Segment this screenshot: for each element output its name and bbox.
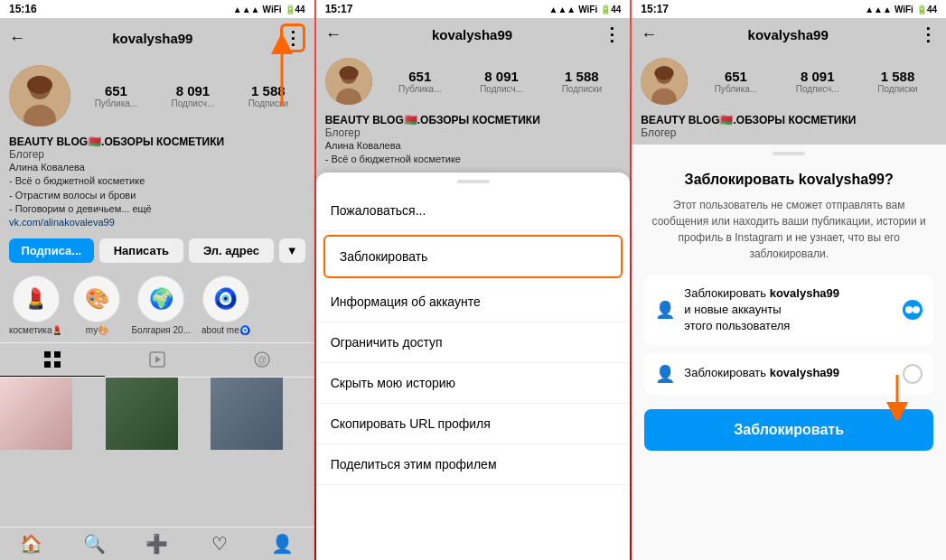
post-0[interactable] bbox=[0, 378, 72, 450]
bio-role-3: Блогер bbox=[641, 126, 937, 139]
menu-dots-2[interactable]: ⋮ bbox=[603, 23, 621, 45]
menu-item-copy-url-label: Скопировать URL профиля bbox=[331, 416, 491, 431]
menu-item-block[interactable]: Заблокировать bbox=[325, 237, 622, 276]
dialog-title: Заблокировать kovalysha99? bbox=[644, 172, 933, 188]
highlight-label-3: about me🧿 bbox=[201, 325, 250, 335]
nav-home-1[interactable]: 🏠 bbox=[0, 533, 63, 555]
menu-item-info[interactable]: Информация об аккаунте bbox=[316, 282, 631, 322]
following-label-2: Подписки bbox=[562, 84, 602, 94]
followers-label-2: Подписч... bbox=[480, 84, 523, 94]
followers-label-1: Подписч... bbox=[172, 98, 215, 108]
tab-grid-1[interactable] bbox=[0, 343, 105, 377]
highlight-0[interactable]: 💄 косметика💄 bbox=[9, 275, 62, 335]
highlight-1[interactable]: 🎨 my🎨 bbox=[73, 275, 120, 335]
block-option-2-text: Заблокировать kovalysha99 bbox=[684, 365, 894, 381]
nav-heart-1[interactable]: ♡ bbox=[189, 533, 252, 555]
follow-button-1[interactable]: Подписа... bbox=[9, 238, 94, 263]
header-2: ← kovalysha99 ⋮ bbox=[316, 18, 631, 51]
post-2[interactable] bbox=[211, 378, 283, 450]
message-button-1[interactable]: Написать bbox=[99, 238, 184, 263]
highlight-2[interactable]: 🌍 Болгария 20... bbox=[131, 275, 191, 335]
bio-line1-2: - Всё о бюджетной косметике bbox=[325, 153, 622, 166]
following-number-2: 1 588 bbox=[562, 69, 602, 84]
menu-item-copy-url[interactable]: Скопировать URL профиля bbox=[316, 404, 631, 444]
stat-following-2: 1 588 Подписки bbox=[562, 69, 602, 94]
highlight-label-1: my🎨 bbox=[86, 325, 108, 335]
post-1[interactable] bbox=[106, 378, 178, 450]
bio-role-1: Блогер bbox=[9, 148, 305, 161]
block-option-1[interactable]: 👤 Заблокировать kovalysha99и новые аккау… bbox=[644, 275, 933, 346]
highlights-1: 💄 косметика💄 🎨 my🎨 🌍 Болгария 20... 🧿 ab… bbox=[0, 268, 314, 342]
block-option-highlighted[interactable]: Заблокировать bbox=[323, 235, 623, 278]
chevron-button-1[interactable]: ▼ bbox=[279, 238, 305, 263]
status-icons-2: ▲▲▲ WiFi 🔋44 bbox=[549, 5, 622, 14]
highlight-label-2: Болгария 20... bbox=[131, 325, 191, 335]
svg-rect-6 bbox=[44, 351, 51, 358]
highlight-circle-0: 💄 bbox=[13, 275, 60, 322]
stat-following-1: 1 588 Подписки bbox=[248, 83, 288, 108]
avatar-3 bbox=[641, 58, 688, 105]
svg-rect-9 bbox=[54, 361, 61, 368]
menu-dots-3[interactable]: ⋮ bbox=[919, 23, 937, 45]
radio-2[interactable] bbox=[903, 364, 923, 384]
block-option-1-text: Заблокировать kovalysha99и новые аккаунт… bbox=[684, 285, 894, 335]
highlight-circle-1: 🎨 bbox=[73, 275, 120, 322]
bio-title-3: BEAUTY BLOG🇧🇾.ОБЗОРЫ КОСМЕТИКИ bbox=[641, 114, 937, 126]
time-2: 15:17 bbox=[325, 3, 353, 15]
menu-item-hide-story[interactable]: Скрыть мою историю bbox=[316, 363, 631, 404]
stats-container-3: 651 Публика... 8 091 Подписч... 1 588 По… bbox=[695, 69, 937, 94]
bottom-sheet: Пожаловаться... Заблокировать Информация… bbox=[316, 173, 631, 560]
following-number-3: 1 588 bbox=[877, 69, 917, 84]
dialog-desc: Этот пользователь не сможет отправлять в… bbox=[644, 197, 933, 262]
menu-item-report[interactable]: Пожаловаться... bbox=[316, 191, 631, 231]
svg-point-5 bbox=[27, 76, 52, 94]
highlight-circle-2: 🌍 bbox=[137, 275, 184, 322]
bio-role-2: Блогер bbox=[325, 126, 622, 139]
menu-item-restrict[interactable]: Ограничить доступ bbox=[316, 322, 631, 363]
back-button-3[interactable]: ← bbox=[641, 25, 657, 44]
battery-icon-2: 🔋44 bbox=[600, 5, 621, 14]
posts-number-3: 651 bbox=[715, 69, 758, 84]
username-3: kovalysha99 bbox=[748, 27, 829, 42]
bio-line1-1: - Всё о бюджетной косметике bbox=[9, 174, 305, 188]
menu-item-share[interactable]: Поделиться этим профилем bbox=[316, 444, 631, 485]
bio-title-1: BEAUTY BLOG🇧🇾.ОБЗОРЫ КОСМЕТИКИ bbox=[9, 135, 305, 148]
following-label-3: Подписки bbox=[877, 84, 917, 94]
email-button-1[interactable]: Эл. адрес bbox=[189, 238, 274, 263]
menu-item-block-label: Заблокировать bbox=[340, 249, 428, 264]
radio-1[interactable] bbox=[903, 300, 923, 320]
tab-reels-1[interactable] bbox=[105, 343, 210, 377]
menu-item-info-label: Информация об аккаунте bbox=[331, 294, 481, 309]
battery-icon-3: 🔋44 bbox=[916, 5, 937, 14]
block-option-2[interactable]: 👤 Заблокировать kovalysha99 bbox=[644, 353, 933, 395]
nav-profile-1[interactable]: 👤 bbox=[251, 533, 314, 555]
nav-search-1[interactable]: 🔍 bbox=[63, 533, 126, 555]
back-button-1[interactable]: ← bbox=[9, 29, 25, 48]
profile-stats-3: 651 Публика... 8 091 Подписч... 1 588 По… bbox=[632, 51, 946, 108]
nav-add-1[interactable]: ➕ bbox=[126, 533, 189, 555]
followers-number-1: 8 091 bbox=[172, 83, 215, 98]
svg-point-17 bbox=[339, 66, 358, 79]
block-dialog: Заблокировать kovalysha99? Этот пользова… bbox=[632, 163, 946, 460]
avatar-1 bbox=[9, 65, 70, 126]
following-number-1: 1 588 bbox=[248, 83, 288, 98]
stat-followers-1: 8 091 Подписч... bbox=[172, 83, 215, 108]
highlight-3[interactable]: 🧿 about me🧿 bbox=[201, 275, 250, 335]
bio-link-1[interactable]: vk.com/alinakovaleva99 bbox=[9, 217, 305, 228]
status-bar-1: 15:16 ▲▲▲ WiFi 🔋44 bbox=[0, 0, 314, 18]
status-icons-1: ▲▲▲ WiFi 🔋44 bbox=[233, 5, 305, 14]
menu-item-hide-story-label: Скрыть мою историю bbox=[331, 376, 455, 390]
person-icon-1: 👤 bbox=[655, 300, 675, 320]
menu-item-share-label: Поделиться этим профилем bbox=[331, 457, 497, 471]
back-button-2[interactable]: ← bbox=[325, 25, 342, 44]
bio-3: BEAUTY BLOG🇧🇾.ОБЗОРЫ КОСМЕТИКИ Блогер bbox=[632, 108, 946, 145]
menu-dots-1[interactable]: ⋮ bbox=[284, 27, 302, 49]
sheet-handle bbox=[457, 180, 490, 183]
block-confirm-button[interactable]: Заблокировать bbox=[644, 409, 933, 451]
followers-number-3: 8 091 bbox=[796, 69, 839, 84]
bio-name-2: Алина Ковалева bbox=[325, 139, 622, 153]
tab-tagged-1[interactable]: @ bbox=[210, 343, 314, 377]
bio-title-2: BEAUTY BLOG🇧🇾.ОБЗОРЫ КОСМЕТИКИ bbox=[325, 114, 622, 126]
svg-rect-7 bbox=[54, 351, 61, 358]
menu-item-restrict-label: Ограничить доступ bbox=[331, 335, 443, 350]
